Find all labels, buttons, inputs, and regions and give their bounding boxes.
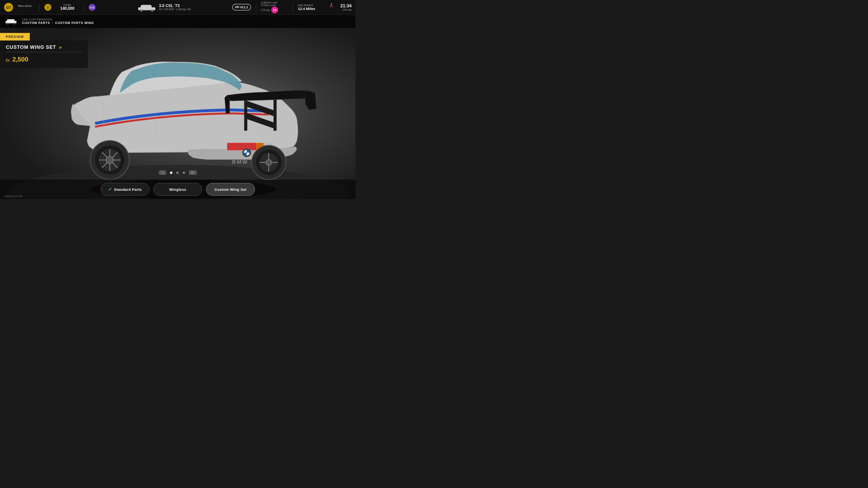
top-bar: GT Menu Book -- $ Credits 140,000 PSN — [0, 0, 355, 14]
credits-value: 140,000 — [60, 6, 74, 11]
r1-badge: R1 — [189, 170, 196, 175]
preview-info: CUSTOM WING SET » Cr. 2,500 — [0, 40, 88, 68]
gt-logo-icon: GT — [4, 3, 13, 12]
credits-section: Credits 140,000 — [56, 4, 79, 11]
breadcrumb-section-label: CAR CUSTOMISATION — [22, 18, 94, 21]
workout-value: 12.4 Miles — [298, 7, 315, 11]
svg-line-15 — [330, 6, 331, 7]
level-badge: 14 — [271, 7, 278, 13]
time-section: 21:34 27th Jan — [332, 3, 351, 11]
svg-point-41 — [106, 156, 114, 164]
custom-wing-set-button[interactable]: Custom Wing Set — [206, 183, 255, 196]
preview-label: PREVIEW — [0, 33, 30, 40]
svg-rect-8 — [141, 5, 152, 8]
breadcrumb-path1: CUSTOM PARTS — [22, 21, 50, 25]
car-info-section: 3.0 CSL '73 FR / 205 BHP / 1,250 kg / NA — [101, 3, 227, 12]
check-icon: ✓ — [108, 187, 112, 192]
wingless-label: Wingless — [169, 187, 186, 192]
collector-pts: 174 pts — [261, 8, 270, 11]
collector-row: 174 pts 14 — [261, 7, 278, 13]
svg-text:$: $ — [47, 6, 49, 9]
online-icon: PSN — [88, 4, 96, 11]
preview-price-row: Cr. 2,500 — [6, 56, 82, 63]
captured-text: Captured on PS5 — [4, 195, 23, 198]
credits-label: Credits — [63, 4, 71, 6]
menu-book-title: Menu Book — [18, 4, 32, 7]
pp-badge: PP 411.2 — [232, 4, 251, 10]
wingless-button[interactable]: Wingless — [153, 183, 202, 196]
workout-title: Daily Workout — [298, 4, 313, 7]
menu-book: Menu Book -- — [18, 4, 32, 10]
svg-point-10 — [141, 10, 142, 11]
standard-parts-button[interactable]: ✓ Standard Parts — [101, 183, 149, 196]
main-content: BMW 3.0 CS — [0, 28, 355, 199]
car-name-section: 3.0 CSL '73 FR / 205 BHP / 1,250 kg / NA — [159, 4, 191, 11]
svg-point-47 — [266, 160, 272, 165]
svg-line-18 — [332, 4, 332, 5]
indicator-dot-1[interactable] — [170, 171, 173, 174]
breadcrumb-section: CAR CUSTOMISATION CUSTOM PARTS › CUSTOM … — [22, 18, 94, 25]
standard-parts-label: Standard Parts — [114, 187, 142, 192]
svg-point-13 — [331, 3, 332, 4]
divider-2 — [83, 3, 84, 12]
svg-text:BMW: BMW — [232, 159, 248, 165]
preview-panel: PREVIEW CUSTOM WING SET » Cr. 2,500 — [0, 33, 88, 68]
view-indicators: L1 R1 — [159, 170, 196, 175]
car-thumbnail-icon — [137, 3, 156, 12]
svg-rect-26 — [227, 143, 256, 150]
car-icon-small — [5, 18, 17, 25]
indicator-dot-2[interactable] — [176, 171, 179, 174]
svg-rect-20 — [7, 19, 14, 22]
preview-divider — [6, 52, 82, 52]
collector-section: Collector Level To Next Level 174 pts 14 — [261, 1, 288, 13]
price-cr-label: Cr. — [6, 58, 10, 62]
car-specs: FR / 205 BHP / 1,250 kg / NA — [159, 8, 191, 11]
breadcrumb-path2: CUSTOM PARTS WING — [55, 21, 94, 25]
breadcrumb-bar: CAR CUSTOMISATION CUSTOM PARTS › CUSTOM … — [0, 14, 355, 28]
svg-point-21 — [7, 23, 8, 24]
custom-wing-set-label: Custom Wing Set — [214, 187, 247, 192]
divider-4 — [293, 3, 293, 12]
chevron-right-icon: » — [59, 44, 62, 50]
indicator-dot-3[interactable] — [183, 171, 185, 174]
svg-line-16 — [331, 6, 332, 6]
collector-title: Collector Level — [261, 1, 277, 4]
l1-badge: L1 — [159, 170, 166, 175]
svg-line-17 — [332, 6, 333, 7]
breadcrumb-arrow-icon: › — [52, 21, 53, 24]
svg-point-22 — [13, 23, 15, 24]
svg-point-12 — [151, 10, 153, 11]
car-name: 3.0 CSL '73 — [159, 4, 191, 8]
svg-text:PSN: PSN — [89, 6, 94, 9]
time-date: 27th Jan — [342, 8, 351, 11]
divider-1 — [39, 3, 39, 12]
collector-next-level: To Next Level — [261, 4, 276, 7]
credits-coin-icon: $ — [44, 4, 52, 11]
runner-icon — [329, 3, 334, 8]
divider-3 — [256, 3, 256, 12]
workout-section: Daily Workout 12.4 Miles — [298, 4, 327, 11]
svg-text:GT: GT — [6, 5, 11, 9]
breadcrumb-nav: CUSTOM PARTS › CUSTOM PARTS WING — [22, 21, 94, 25]
bottom-buttons: ✓ Standard Parts Wingless Custom Wing Se… — [0, 180, 355, 199]
preview-title: CUSTOM WING SET — [6, 44, 56, 50]
preview-title-row: CUSTOM WING SET » — [6, 44, 82, 50]
menu-book-sub: -- — [18, 7, 32, 10]
price-value: 2,500 — [12, 56, 28, 63]
time-value: 21:34 — [340, 3, 351, 8]
